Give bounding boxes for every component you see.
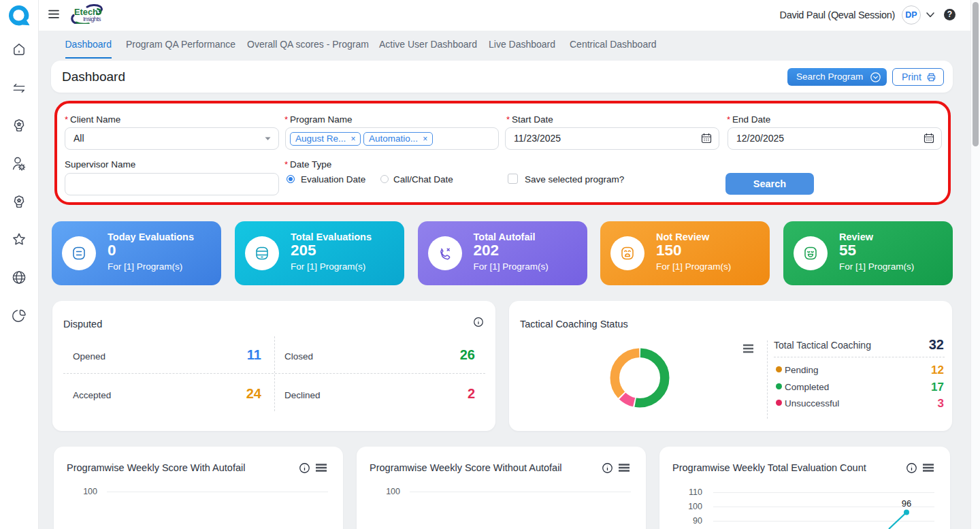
svg-text:Insights: Insights	[83, 16, 101, 22]
svg-text:96: 96	[902, 498, 911, 509]
